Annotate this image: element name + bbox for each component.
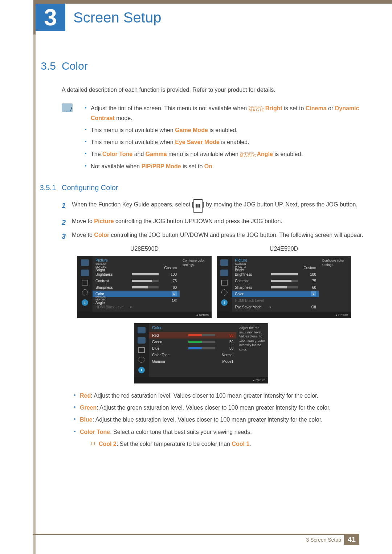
picture-icon — [81, 259, 89, 266]
chapter-title: Screen Setup — [73, 9, 161, 26]
note-icon — [62, 103, 73, 112]
osd-column-left: U28E590D i Picture SAMSUNGMAGICBright — [77, 246, 212, 318]
osd-title: Picture — [235, 258, 316, 262]
content: 3.5 Color A detailed description of each… — [36, 34, 392, 449]
step-item: Move to Color controlling the JOG button… — [62, 230, 367, 241]
step-item: Move to Picture controlling the JOG butt… — [62, 216, 367, 227]
osd-row: Sharpness 60 — [95, 284, 177, 291]
text: This menu is not available when — [91, 127, 175, 133]
osd-preview-pair: U28E590D i Picture SAMSUNGMAGICBright — [36, 246, 367, 318]
osd-row-disabled: HDMI Black Level▾ — [95, 304, 177, 310]
osd-row: Contrast 75 — [95, 278, 177, 284]
chapter-header: 3 Screen Setup — [36, 0, 392, 34]
osd-hint: Configure color settings. — [319, 256, 351, 312]
text: controlling the JOG button UP/DOWN and p… — [109, 232, 363, 238]
text: Not available when — [91, 163, 142, 169]
display-icon — [81, 270, 89, 276]
osd-row: Brightness 100 — [95, 271, 177, 278]
list-item: Red: Adjust the red saturation level. Va… — [72, 391, 367, 401]
text: controlling the JOG button UP/DOWN and p… — [114, 218, 282, 224]
resize-icon — [82, 280, 88, 286]
highlight: Eye Saver Mode — [175, 139, 220, 145]
text: is set to — [282, 105, 306, 111]
osd-row: Gamma Mode1 — [152, 358, 233, 365]
osd-row: Sharpness 60 — [235, 284, 316, 291]
highlight: Cinema — [306, 105, 327, 111]
settings-icon — [82, 289, 88, 296]
text: and — [132, 151, 146, 157]
page: 3 Screen Setup 3.5 Color A detailed desc… — [0, 0, 392, 554]
osd-column-right: U24E590D i Picture SAMSUNGMAGICBright — [217, 246, 351, 318]
osd-title: Picture — [95, 258, 177, 262]
text: is enabled. — [273, 151, 303, 157]
highlight: Bright — [265, 105, 282, 111]
text: is enabled. — [220, 139, 249, 145]
osd-row: SAMSUNGMAGICBright Custom — [235, 264, 316, 271]
text: is set to — [181, 163, 204, 169]
picture-icon — [138, 327, 146, 333]
osd-main: Picture SAMSUNGMAGICBright Custom Bright… — [232, 256, 319, 312]
list-item: Green: Adjust the green saturation level… — [72, 403, 367, 413]
color-description-list: Red: Adjust the red saturation level. Va… — [36, 391, 367, 449]
display-icon — [138, 337, 146, 344]
text: The — [91, 151, 102, 157]
osd-row: SAMSUNGMAGICAngle Off — [95, 297, 177, 304]
osd-row: Blue 50 — [152, 345, 233, 352]
osd-color-submenu: i Color Red 50 Green 50 Blue — [134, 323, 268, 383]
osd-hint: Adjust the red saturation level. Values … — [236, 323, 268, 377]
osd-row: Brightness 100 — [235, 271, 316, 278]
highlight: Gamma — [146, 151, 167, 157]
picture-icon — [220, 259, 228, 266]
nested-item: Cool 2: Set the color temperature to be … — [90, 439, 367, 449]
text: or — [327, 105, 335, 111]
note-list: Adjust the tint of the screen. This menu… — [83, 103, 367, 171]
osd-return-bar: ◂ Return — [134, 377, 268, 383]
osd-sidebar: i — [134, 323, 149, 377]
note-item: Adjust the tint of the screen. This menu… — [83, 103, 367, 123]
osd-title: Color — [152, 325, 233, 330]
highlight: Color Tone — [102, 151, 132, 157]
note-item: Not available when PIP/PBP Mode is set t… — [83, 161, 367, 171]
settings-icon — [138, 357, 145, 363]
osd-screen: i Picture SAMSUNGMAGICBright Custom Brig… — [217, 256, 351, 312]
text: . — [212, 163, 214, 169]
osd-row: Contrast 75 — [235, 278, 316, 284]
info-icon: i — [221, 299, 228, 306]
chapter-number-box: 3 — [36, 4, 65, 31]
osd-main: Color Red 50 Green 50 Blue 50 — [149, 323, 236, 377]
resize-icon — [221, 280, 228, 286]
side-accent-bar — [33, 0, 36, 554]
osd-row: SAMSUNGMAGICBright Custom — [95, 264, 177, 271]
osd-row-selected: Red 50 — [149, 332, 236, 338]
osd-return-bar: ◂ Return — [217, 312, 351, 318]
samsung-magic-brand: SAMSUNGMAGIC — [240, 152, 257, 157]
osd-main: Picture SAMSUNGMAGICBright Custom Bright… — [93, 256, 180, 312]
list-item: Color Tone: Select a color tone that bes… — [72, 427, 367, 449]
osd-row-selected: Color ▸ — [232, 291, 319, 297]
highlight: Angle — [257, 151, 273, 157]
osd-hint: Configure color settings. — [180, 256, 212, 312]
page-footer: 3 Screen Setup 41 — [33, 534, 359, 545]
note-block: Adjust the tint of the screen. This menu… — [36, 103, 367, 171]
osd-row: Color Tone Normal — [152, 352, 233, 358]
display-icon — [220, 270, 228, 276]
text: When the Function Key Guide appears, sel… — [72, 201, 193, 208]
info-icon: i — [82, 299, 88, 306]
osd-row: Eye Saver Mode▾ Off — [235, 304, 316, 310]
text: Move to — [72, 232, 94, 238]
intro-paragraph: A detailed description of each function … — [36, 85, 367, 95]
arrow-right-icon: ▸ — [311, 291, 316, 296]
section-title: Color — [62, 60, 367, 72]
highlight: On — [204, 163, 212, 169]
text: mode. — [115, 115, 132, 121]
header-strip — [36, 0, 392, 4]
section-number: 3.5 — [36, 60, 56, 72]
osd-row: Green 50 — [152, 338, 233, 345]
highlight: Game Mode — [175, 127, 208, 133]
text: Move to — [72, 218, 94, 224]
steps-list: When the Function Key Guide appears, sel… — [36, 199, 367, 241]
footer-text: 3 Screen Setup — [306, 537, 341, 543]
osd-sidebar: i — [77, 256, 93, 312]
subsection-heading: 3.5.1 Configuring Color — [36, 184, 367, 192]
note-item: This menu is not available when Game Mod… — [83, 125, 367, 135]
